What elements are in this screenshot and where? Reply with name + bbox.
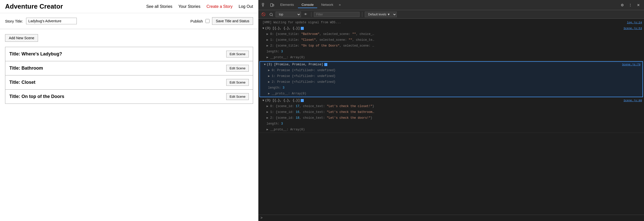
console-line: ▶ 2: {scene_id: 18, choice_text: "Let's …	[258, 115, 644, 121]
svg-point-5	[270, 13, 272, 16]
console-line: ▶ 2: {scene_title: "On top of the Doors"…	[258, 43, 644, 49]
console-text: length: 3	[267, 49, 642, 54]
console-text: ▶ 2: {scene_title: "On top of the Doors"…	[267, 44, 642, 48]
array-icon	[301, 27, 304, 30]
console-text: ▶ __proto__: Array(0)	[267, 55, 642, 60]
scene-row: Title: Bathroom Edit Scene	[5, 61, 253, 75]
toolbar-separator-2	[362, 12, 362, 17]
nav-create-story[interactable]: Create a Story	[206, 4, 233, 9]
scene-title: Title: On top of the Doors	[9, 94, 226, 99]
scenes-area: Add New Scene Title: Where's Ladybug? Ed…	[0, 29, 258, 109]
devtools-panel: Elements Console Network » ⚙ ⋮ ✕ 🚫 top 👁…	[258, 0, 644, 221]
publish-checkbox[interactable]	[205, 19, 210, 23]
save-title-status-button[interactable]: Save Title and Status	[212, 17, 253, 25]
console-source[interactable]: Scene.js:53	[619, 26, 642, 31]
publish-area: Publish Save Title and Status	[190, 17, 253, 25]
nav-see-all-stories[interactable]: See all Stories	[146, 4, 172, 9]
inspect-element-icon[interactable]	[260, 2, 268, 9]
console-text: length: 3	[267, 122, 642, 126]
story-form: Story Title: Publish Save Title and Stat…	[0, 13, 258, 29]
device-toggle-icon[interactable]	[269, 2, 276, 9]
expand-arrow[interactable]: ▼	[262, 26, 264, 31]
nav-your-stories[interactable]: Your Stories	[178, 4, 200, 9]
scene-row: Title: Where's Ladybug? Edit Scene	[5, 47, 253, 61]
svg-rect-3	[271, 4, 273, 7]
console-text: ▶ 1: {scene_title: "Closet", selected_sc…	[267, 38, 642, 42]
console-line: ▶ 1: {scene_id: 16, choice_text: "Let's …	[258, 109, 644, 115]
console-text: ▶ 0: Promise {<fulfilled>: undefined}	[268, 68, 640, 73]
console-text: ▶ 2: Promise {<fulfilled>: undefined}	[268, 80, 640, 84]
console-line: length: 3	[260, 85, 642, 91]
scene-row: Title: On top of the Doors Edit Scene	[5, 89, 253, 104]
console-line: length: 3	[258, 49, 644, 55]
nav: Adventure Creator See all Stories Your S…	[0, 0, 258, 13]
story-title-input[interactable]	[26, 18, 77, 24]
filter-icon[interactable]	[268, 11, 274, 17]
console-text: ▶ 0: {scene_title: "Bathroom", selected_…	[267, 32, 642, 36]
filter-input[interactable]	[314, 12, 359, 17]
console-line: ▶ 0: {scene_title: "Bathroom", selected_…	[258, 31, 644, 37]
console-text: [HMR] Waiting for update signal from WDS…	[262, 20, 619, 25]
console-body[interactable]: [HMR] Waiting for update signal from WDS…	[258, 19, 644, 215]
console-input-area: >	[258, 215, 644, 221]
publish-label: Publish	[190, 19, 203, 23]
console-line: ▶ __proto__: Array(0)	[258, 55, 644, 61]
expand-arrow[interactable]: ▼	[264, 62, 266, 67]
console-text: ▶ 0: {scene_id: 17, choice_text: "Let's …	[267, 104, 642, 109]
story-title-label: Story Title:	[5, 19, 23, 23]
console-line: ▼(3) [{…}, {…}, {…}]Scene.js:53	[258, 26, 644, 31]
console-block: ▼(3) [{…}, {…}, {…}]Scene.js:80▶ 0: {sce…	[258, 98, 644, 133]
tab-console[interactable]: Console	[298, 2, 317, 8]
console-line: ▶ 2: Promise {<fulfilled>: undefined}	[260, 79, 642, 85]
more-tabs-icon[interactable]: »	[337, 3, 343, 7]
devtools-toolbar: 🚫 top 👁 Default levels ▼	[258, 10, 644, 19]
svg-rect-4	[273, 4, 274, 6]
console-text: (3) [{…}, {…}, {…}]	[265, 26, 619, 31]
console-line: ▶ __proto__: Array(0)	[260, 91, 642, 97]
console-source[interactable]: log.js:24	[619, 20, 642, 25]
console-source[interactable]: Scene.js:80	[619, 98, 642, 103]
devtools-tabs: Elements Console Network »	[277, 2, 342, 8]
log-level-select[interactable]: Default levels ▼	[365, 12, 397, 17]
console-text: (3) [Promise, Promise, Promise]	[267, 62, 618, 67]
svg-line-6	[272, 15, 273, 16]
expand-arrow[interactable]: ▼	[262, 98, 264, 103]
edit-scene-button-2[interactable]: Edit Scene	[226, 79, 249, 86]
console-line: ▶ 0: Promise {<fulfilled>: undefined}	[260, 68, 642, 73]
svg-rect-0	[262, 3, 264, 5]
app-title: Adventure Creator	[5, 3, 146, 10]
array-icon	[301, 99, 304, 102]
console-source[interactable]: Scene.js:79	[618, 62, 640, 67]
edit-scene-button-1[interactable]: Edit Scene	[226, 65, 249, 72]
nav-links: See all Stories Your Stories Create a St…	[146, 4, 253, 9]
add-scene-button[interactable]: Add New Scene	[5, 34, 38, 42]
console-text: (3) [{…}, {…}, {…}]	[265, 98, 619, 103]
settings-icon[interactable]: ⚙	[619, 2, 626, 9]
console-line: ▶ 1: Promise {<fulfilled>: undefined}	[260, 73, 642, 79]
console-block-highlighted: ▼(3) [Promise, Promise, Promise]Scene.js…	[259, 61, 643, 97]
console-line: ▼(3) [{…}, {…}, {…}]Scene.js:80	[258, 98, 644, 104]
console-text: ▶ __proto__: Array(0)	[267, 127, 642, 132]
context-select[interactable]: top	[276, 12, 301, 17]
tab-elements[interactable]: Elements	[277, 2, 297, 8]
scenes-list: Title: Where's Ladybug? Edit Scene Title…	[5, 47, 253, 104]
console-input[interactable]	[264, 216, 642, 220]
devtools-header: Elements Console Network » ⚙ ⋮ ✕	[258, 0, 644, 10]
close-devtools-icon[interactable]: ✕	[635, 2, 642, 9]
console-line: ▶ 1: {scene_title: "Closet", selected_sc…	[258, 37, 644, 43]
eye-icon[interactable]: 👁	[302, 11, 309, 17]
more-options-icon[interactable]: ⋮	[627, 2, 634, 9]
console-line: ▶ 0: {scene_id: 17, choice_text: "Let's …	[258, 104, 644, 109]
scene-title: Title: Where's Ladybug?	[9, 51, 226, 57]
console-line: ▶ __proto__: Array(0)	[258, 127, 644, 133]
nav-log-out[interactable]: Log Out	[239, 4, 253, 9]
scene-row: Title: Closet Edit Scene	[5, 75, 253, 90]
tab-network[interactable]: Network	[318, 2, 337, 8]
console-text: ▶ 1: {scene_id: 16, choice_text: "Let's …	[267, 110, 642, 114]
app-panel: Adventure Creator See all Stories Your S…	[0, 0, 258, 221]
console-text: ▶ 1: Promise {<fulfilled>: undefined}	[268, 74, 640, 78]
devtools-right-icons: ⚙ ⋮ ✕	[619, 2, 642, 9]
edit-scene-button-0[interactable]: Edit Scene	[226, 51, 249, 57]
clear-console-icon[interactable]: 🚫	[260, 11, 267, 17]
edit-scene-button-3[interactable]: Edit Scene	[226, 93, 249, 100]
